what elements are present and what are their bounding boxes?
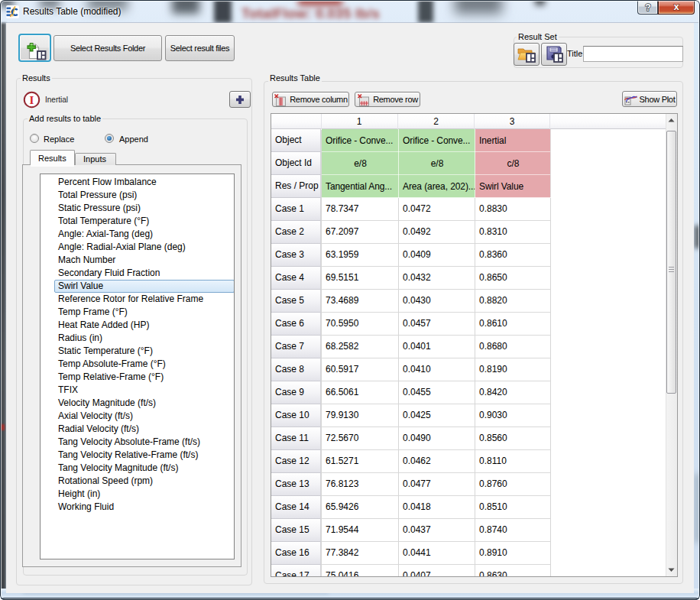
- svg-text:?: ?: [645, 2, 651, 12]
- svg-text:x: x: [673, 2, 679, 12]
- svg-text:I: I: [30, 94, 34, 106]
